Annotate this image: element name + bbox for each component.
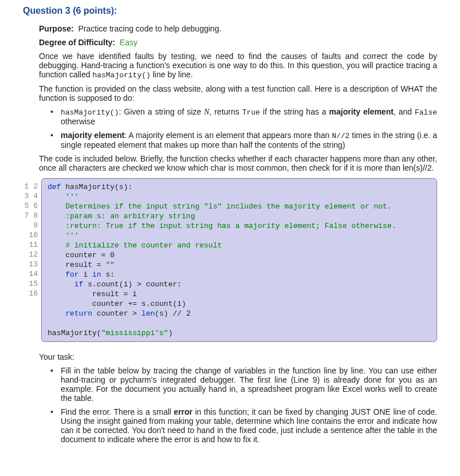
task-list: Fill in the table below by tracing the c… <box>23 366 437 444</box>
code-block: 1 2 3 4 5 6 7 8 9 10 11 12 13 14 15 16 d… <box>23 178 437 342</box>
description-list: hasMajority(): Given a string of size N,… <box>23 107 437 150</box>
text: : A majority element is an element that … <box>124 131 332 140</box>
difficulty-label: Degree of Difficulty: <box>39 38 115 47</box>
list-item: Find the error. There is a small error i… <box>53 407 437 444</box>
intro-paragraph-3: The code is included below. Briefly, the… <box>39 154 437 172</box>
text: , returns <box>209 107 242 116</box>
purpose-line: Purpose: Practice tracing code to help d… <box>39 24 437 33</box>
majority-element-bold: majority element <box>329 107 394 116</box>
intro-paragraph-1: Once we have identified faults by testin… <box>39 52 437 80</box>
list-item: hasMajority(): Given a string of size N,… <box>53 107 437 126</box>
purpose-label: Purpose: <box>39 24 74 33</box>
intro1-code: hasMajority() <box>92 71 150 80</box>
true-code: True <box>242 108 260 117</box>
list-item: Fill in the table below by tracing the c… <box>53 366 437 403</box>
difficulty-line: Degree of Difficulty: Easy <box>39 38 437 47</box>
false-code: False <box>415 108 437 117</box>
list-item: majority element: A majority element is … <box>53 131 437 150</box>
text: , and <box>394 107 415 116</box>
purpose-text: Practice tracing code to help debugging. <box>78 24 221 33</box>
intro1-tail: line by line. <box>151 70 193 79</box>
majority-element-label: majority element <box>61 131 124 140</box>
text: otherwise <box>61 117 95 126</box>
n-half-code: N//2 <box>332 132 349 140</box>
code-content: def hasMajority(s): ''' Determines if th… <box>41 178 437 342</box>
hasmajority-code: hasMajority() <box>61 108 119 117</box>
task-label: Your task: <box>39 352 437 361</box>
difficulty-value: Easy <box>120 38 137 47</box>
error-bold: error <box>174 407 192 416</box>
text: Find the error. There is a small <box>61 407 174 416</box>
text: : Given a string of size <box>119 107 204 116</box>
intro-paragraph-2: The function is provided on the class we… <box>39 84 437 103</box>
question-title: Question 3 (6 points): <box>23 6 437 16</box>
var-n: N <box>204 108 209 116</box>
text: if the string has a <box>260 107 329 116</box>
line-numbers: 1 2 3 4 5 6 7 8 9 10 11 12 13 14 15 16 <box>23 178 41 342</box>
